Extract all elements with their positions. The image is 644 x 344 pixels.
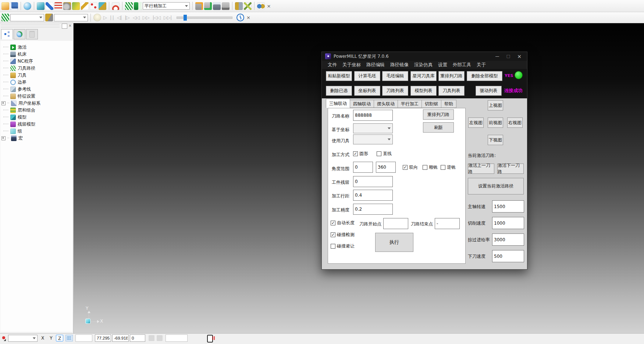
block-icon[interactable] xyxy=(37,2,45,10)
tab-saw[interactable]: 切割锯 xyxy=(422,100,441,108)
circle-checkbox[interactable]: ✓ xyxy=(353,151,358,156)
verify-tool-icon[interactable] xyxy=(204,2,212,10)
boundary-edit-icon[interactable] xyxy=(81,2,89,10)
menu-external-tools[interactable]: 外部工具 xyxy=(453,62,471,68)
drive-list-button[interactable]: 驱动列表 xyxy=(476,86,502,96)
tree-item-boundaries[interactable]: 边界 xyxy=(0,79,72,85)
record-dropdown-icon[interactable] xyxy=(4,339,6,341)
tab-web[interactable] xyxy=(14,29,25,39)
tool-pair-icon[interactable] xyxy=(235,2,243,10)
rewind-icon[interactable]: ◁◁ xyxy=(132,15,140,20)
panel-grip[interactable] xyxy=(1,25,60,27)
execute-button[interactable]: 执行 xyxy=(375,233,413,252)
set-active-path-button[interactable]: 设置当前激活路径 xyxy=(468,178,524,194)
conventional-checkbox[interactable]: ✓ xyxy=(441,165,445,170)
tree-item-workplanes[interactable]: 用户坐标系 xyxy=(0,100,72,106)
cursor-x-field[interactable] xyxy=(95,334,111,342)
simulation-tool-icon[interactable] xyxy=(45,14,53,21)
stock-tool-icon[interactable] xyxy=(99,2,106,10)
method-line-option[interactable]: ✓直线 xyxy=(377,151,392,157)
angle-to-input[interactable] xyxy=(376,162,396,173)
feed-rate-icon[interactable] xyxy=(72,2,80,10)
view-front-button[interactable]: 前视图 xyxy=(488,117,503,128)
axis-x-button[interactable]: X xyxy=(39,335,46,341)
fast-forward-icon[interactable]: ▷▷ xyxy=(142,15,150,20)
toolpath-dropdown[interactable] xyxy=(10,14,44,21)
collision-avoid-checkbox[interactable]: ✓ xyxy=(331,244,335,249)
cursor-y-field[interactable] xyxy=(112,334,129,342)
start-point-input[interactable] xyxy=(383,218,408,229)
line-checkbox[interactable]: ✓ xyxy=(377,151,381,156)
tree-item-patterns[interactable]: 参考线 xyxy=(0,86,72,92)
strategy-dropdown[interactable]: 平行精加工 xyxy=(143,2,190,10)
activate-prev-button[interactable]: 激活上一刀路 xyxy=(468,164,494,174)
pause-icon[interactable]: | | xyxy=(109,15,115,20)
auto-length-checkbox[interactable]: ✓ xyxy=(331,221,335,225)
transform-icon[interactable] xyxy=(244,2,252,10)
method-circle-option[interactable]: ✓圆形 xyxy=(353,151,368,157)
grid-toggle-icon[interactable] xyxy=(65,335,73,341)
tool-library-button[interactable]: 星河刀具库 xyxy=(410,71,437,81)
blank-toolpath-icon[interactable] xyxy=(24,2,31,10)
tree-item-toolpaths[interactable]: 刀具路径 xyxy=(0,65,72,71)
tree-item-activate[interactable]: 激活 xyxy=(0,44,72,50)
tab-explorer-tree[interactable] xyxy=(1,29,13,39)
use-tool-select[interactable] xyxy=(353,134,393,144)
delete-all-models-button[interactable]: 删除全部模型 xyxy=(467,71,502,81)
snap-value-input[interactable] xyxy=(75,334,92,342)
menu-render-sim[interactable]: 渲染仿真 xyxy=(414,62,433,68)
minimize-button[interactable]: — xyxy=(492,53,503,59)
tree-item-machine[interactable]: 机床 xyxy=(0,51,72,57)
go-to-end-icon[interactable]: ▷▷| xyxy=(163,15,172,20)
tool-dropdown[interactable] xyxy=(54,14,88,21)
open-project-icon[interactable] xyxy=(1,2,9,10)
close-button[interactable]: × xyxy=(514,53,525,59)
block-edit-button[interactable]: 毛坯编辑 xyxy=(382,71,408,81)
simulation-light-icon[interactable] xyxy=(93,14,101,21)
statusbar-dropdown[interactable] xyxy=(8,335,38,342)
tab-4axis[interactable]: 四轴联动 xyxy=(350,100,374,108)
stepover-input[interactable] xyxy=(353,190,393,201)
step-forward-icon[interactable]: |▷ xyxy=(124,15,130,20)
menu-about[interactable]: 关于 xyxy=(477,62,486,68)
tree-item-models[interactable]: 模型 xyxy=(0,114,72,120)
menu-file[interactable]: 文件 xyxy=(328,62,337,68)
tab-swivel-head[interactable]: 摆头联动 xyxy=(374,100,398,108)
tab-help[interactable]: 帮助 xyxy=(441,100,456,108)
toolpath-icon[interactable] xyxy=(125,2,133,10)
angle-from-input[interactable] xyxy=(353,162,373,173)
collision-check-option[interactable]: ✓碰撞检测 xyxy=(331,232,355,238)
start-points-icon[interactable] xyxy=(90,2,97,10)
collision-avoid-option[interactable]: ✓碰撞避让 xyxy=(331,243,355,249)
conventional-option[interactable]: ✓逆铣 xyxy=(441,164,456,171)
toolpath-select-icon[interactable] xyxy=(1,14,9,21)
activate-next-button[interactable]: 激活下一刀路 xyxy=(497,164,524,174)
auto-length-option[interactable]: ✓自动长度 xyxy=(331,220,355,226)
coord-list-button[interactable]: 坐标列表 xyxy=(354,86,380,96)
simulation-speed-slider[interactable] xyxy=(177,17,232,19)
view-bottom-button[interactable]: 下视图 xyxy=(488,135,503,145)
end-point-input[interactable] xyxy=(435,218,460,229)
delete-selected-button[interactable]: 删除已选 xyxy=(326,86,352,96)
tab-parallel[interactable]: 平行加工 xyxy=(398,100,422,108)
cutting-feed-input[interactable] xyxy=(492,217,524,229)
paste-new-model-button[interactable]: 粘贴新模型 xyxy=(326,71,352,81)
tool-database-icon[interactable] xyxy=(195,2,203,10)
simulation-time-icon[interactable] xyxy=(236,14,244,21)
measure-icon[interactable] xyxy=(222,2,230,10)
tree-item-tools[interactable]: 刀具 xyxy=(0,72,72,78)
menu-settings[interactable]: 设置 xyxy=(438,62,447,68)
ramp-options-icon[interactable] xyxy=(112,2,120,10)
step-back-icon[interactable]: ◁| xyxy=(116,15,122,20)
rearrange-toolpaths-button[interactable]: 重排列刀路 xyxy=(438,71,465,81)
bidirectional-checkbox[interactable]: ✓ xyxy=(403,165,408,170)
menu-path-edit[interactable]: 路径编辑 xyxy=(366,62,385,68)
tree-item-levels-sets[interactable]: 层和组合 xyxy=(0,107,72,113)
slider-handle[interactable] xyxy=(184,15,187,21)
tree-item-nc-programs[interactable]: NC程序 xyxy=(0,58,72,64)
climb-option[interactable]: ✓顺铣 xyxy=(423,164,438,171)
strategy-list-icon[interactable] xyxy=(134,2,142,10)
stock-models-icon[interactable] xyxy=(257,2,265,10)
panel-float-icon[interactable] xyxy=(62,24,67,29)
climb-checkbox[interactable]: ✓ xyxy=(423,165,427,170)
